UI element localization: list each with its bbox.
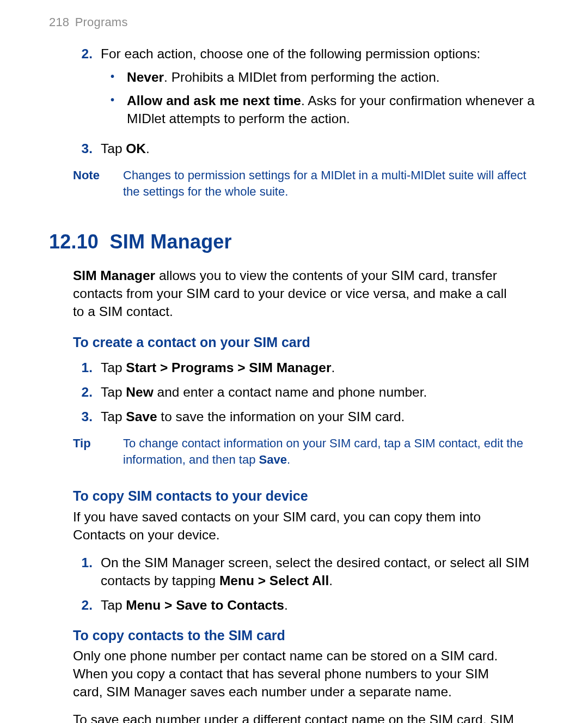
step-body: Tap Start > Programs > SIM Manager.	[101, 359, 539, 376]
step-pre: Tap	[101, 598, 126, 612]
bullet-dot-icon: •	[111, 92, 117, 127]
bullet-rest: . Prohibits a MIDlet from performing the…	[164, 70, 440, 84]
step-number: 3.	[73, 139, 93, 157]
heading-create-contact: To create a contact on your SIM card	[73, 333, 539, 352]
step-body: Tap Menu > Save to Contacts.	[101, 596, 539, 614]
note-label: Note	[73, 167, 110, 199]
tip-pre: To change contact information on your SI…	[123, 436, 523, 466]
step-post: .	[329, 573, 333, 588]
step-3: 3. Tap OK.	[73, 139, 539, 157]
page-root: 218 Programs 2. For each action, choose …	[0, 0, 588, 723]
section-intro: SIM Manager allows you to view the conte…	[73, 266, 519, 320]
step-number: 2.	[73, 596, 93, 614]
step-2-text: For each action, choose one of the follo…	[101, 45, 539, 63]
step-body: Tap New and enter a contact name and pho…	[101, 383, 539, 401]
step-bold: Start > Programs > SIM Manager	[126, 360, 331, 375]
step-number: 2.	[73, 383, 93, 401]
create-step-3: 3. Tap Save to save the information on y…	[73, 408, 539, 426]
copy-to-sim-para1: Only one phone number per contact name c…	[73, 647, 519, 701]
chapter-title: Programs	[75, 15, 128, 29]
copy-to-sim-para2: To save each number under a different co…	[73, 710, 519, 723]
bullet-text: Never. Prohibits a MIDlet from performin…	[127, 68, 539, 86]
step-body: On the SIM Manager screen, select the de…	[101, 554, 539, 590]
step-post: .	[284, 598, 288, 612]
step-3-post: .	[146, 141, 150, 156]
section-title: SIM Manager	[110, 230, 232, 253]
tip-text: To change contact information on your SI…	[123, 435, 539, 467]
note-callout: Note Changes to permission settings for …	[73, 167, 539, 199]
create-step-1: 1. Tap Start > Programs > SIM Manager.	[73, 359, 539, 376]
step-number: 3.	[73, 408, 93, 426]
tip-label: Tip	[73, 435, 110, 467]
tip-post: .	[287, 453, 290, 466]
step-post: to save the information on your SIM card…	[157, 409, 405, 424]
step-pre: Tap	[101, 360, 126, 375]
step-2: 2. For each action, choose one of the fo…	[73, 45, 539, 133]
step-number: 1.	[73, 359, 93, 376]
bullet-never: • Never. Prohibits a MIDlet from perform…	[111, 68, 539, 86]
step-pre: Tap	[101, 385, 126, 399]
step-3-bold: OK	[126, 141, 146, 156]
step-bold: New	[126, 385, 153, 399]
intro-bold: SIM Manager	[73, 268, 155, 283]
step-body: Tap Save to save the information on your…	[101, 408, 539, 426]
step-post: .	[331, 360, 335, 375]
step-number: 2.	[73, 45, 93, 133]
page-header: 218 Programs	[49, 14, 539, 31]
step-pre: Tap	[101, 409, 126, 424]
section-heading: 12.10 SIM Manager	[49, 229, 539, 256]
copy-device-step-2: 2. Tap Menu > Save to Contacts.	[73, 596, 539, 614]
bullet-text: Allow and ask me next time. Asks for you…	[127, 92, 539, 127]
copy-to-device-intro: If you have saved contacts on your SIM c…	[73, 508, 519, 544]
heading-copy-to-sim: To copy contacts to the SIM card	[73, 627, 539, 645]
bullet-allow: • Allow and ask me next time. Asks for y…	[111, 92, 539, 127]
step-number: 1.	[73, 554, 93, 590]
copy-device-step-1: 1. On the SIM Manager screen, select the…	[73, 554, 539, 590]
tip-callout: Tip To change contact information on you…	[73, 435, 539, 467]
bullet-bold: Allow and ask me next time	[127, 93, 301, 108]
step-post: and enter a contact name and phone numbe…	[154, 385, 427, 399]
step-body: For each action, choose one of the follo…	[101, 45, 539, 133]
bullet-dot-icon: •	[111, 68, 117, 86]
step-bold: Menu > Save to Contacts	[126, 598, 284, 612]
step-bold: Menu > Select All	[219, 573, 329, 588]
section-number: 12.10	[49, 230, 99, 253]
step-body: Tap OK.	[101, 139, 539, 157]
note-text: Changes to permission settings for a MID…	[123, 167, 539, 199]
step-bold: Save	[126, 409, 157, 424]
heading-copy-to-device: To copy SIM contacts to your device	[73, 487, 539, 506]
page-number: 218	[49, 15, 69, 29]
tip-bold: Save	[259, 453, 287, 466]
bullet-bold: Never	[127, 70, 164, 84]
create-step-2: 2. Tap New and enter a contact name and …	[73, 383, 539, 401]
step-3-pre: Tap	[101, 141, 126, 156]
